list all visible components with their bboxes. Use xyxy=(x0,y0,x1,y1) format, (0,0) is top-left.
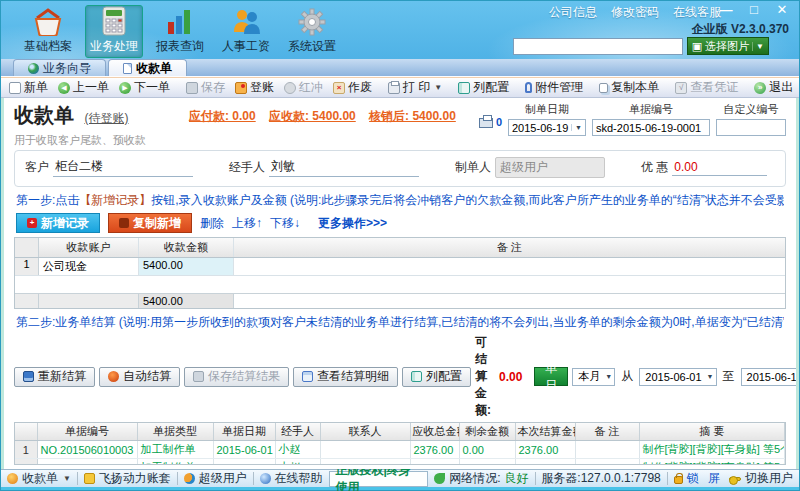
type-header: 单据类型 xyxy=(137,423,213,441)
settleable-label: 可结算金额: xyxy=(475,334,491,419)
column-config-button[interactable]: 列配置 xyxy=(454,78,513,97)
content-bottom-gap xyxy=(6,465,794,469)
print-button[interactable]: 打 印▼ xyxy=(384,78,446,97)
tab-business-wizard[interactable]: 业务向导 xyxy=(13,59,106,76)
add-record-button[interactable]: +新增记录 xyxy=(16,213,100,233)
table-row[interactable]: 1 NO.201506010003 加工制作单 2015-06-01 小赵 23… xyxy=(15,441,785,459)
online-service-link[interactable]: 在线客服 xyxy=(673,4,721,21)
step2-instruction: 第二步:业务单结算 (说明:用第一步所收到的款项对客户未结清的业务单进行结算,已… xyxy=(16,314,784,331)
period-select[interactable]: 本月▼ xyxy=(572,368,615,386)
company-info-link[interactable]: 公司信息 xyxy=(549,4,597,21)
remain-cell[interactable]: 0.00 xyxy=(459,441,515,459)
tab-receipt[interactable]: 收款单 xyxy=(108,59,187,76)
switch-user-button[interactable]: 切换用户 xyxy=(729,470,793,487)
next-bill-button[interactable]: ▶下一单 xyxy=(115,78,174,97)
handler-cell[interactable]: 小赵 xyxy=(275,441,320,459)
save-settle-button: 保存结算结果 xyxy=(184,367,289,387)
nav-item-hr-payroll[interactable]: 人事工资 xyxy=(217,5,275,58)
customer-input[interactable]: 柜台二楼 xyxy=(53,158,193,177)
status-badge: (待登账) xyxy=(84,111,128,125)
view-settle-detail-button[interactable]: 查看结算明细 xyxy=(293,367,398,387)
recalculate-button[interactable]: 重新结算 xyxy=(14,367,95,387)
minimize-button[interactable]: — xyxy=(717,2,735,17)
printer-icon[interactable] xyxy=(479,118,493,128)
move-down-link[interactable]: 下移↓ xyxy=(270,215,300,232)
account-cell[interactable]: 公司现金 xyxy=(39,258,139,275)
amount-cell[interactable]: 5400.00 xyxy=(139,258,234,275)
attachment-button[interactable]: 附件管理 xyxy=(521,78,587,97)
lock-screen-button[interactable]: 锁 屏 xyxy=(674,470,723,487)
from-date-select[interactable]: 2015-06-01▼ xyxy=(639,368,716,386)
custom-no-field: 自定义编号 xyxy=(716,102,786,136)
change-password-link[interactable]: 修改密码 xyxy=(611,4,659,21)
exit-button[interactable]: »退出 xyxy=(750,78,797,97)
contact-cell[interactable] xyxy=(320,441,410,459)
footer-account xyxy=(39,294,139,308)
discount-input[interactable]: 0.00 xyxy=(672,160,767,176)
maximize-button[interactable]: □ xyxy=(745,2,763,17)
row-number-header xyxy=(15,238,39,257)
footer-remark xyxy=(234,294,785,308)
more-actions-link[interactable]: 更多操作>>> xyxy=(318,215,387,232)
bill-no-value[interactable]: skd-2015-06-19-0001 xyxy=(592,119,710,136)
plus-icon: + xyxy=(27,218,37,228)
delete-link[interactable]: 删除 xyxy=(200,215,224,232)
current-user[interactable]: 超级用户 xyxy=(184,470,247,487)
order-date-button[interactable]: 下单日期 xyxy=(534,367,568,386)
column-config-button2[interactable]: 列配置 xyxy=(402,367,471,387)
move-up-link[interactable]: 上移↑ xyxy=(232,215,262,232)
top-navigation: 公司信息 修改密码 在线客服 — □ ✕ 基础档案 业务处理 xyxy=(1,1,799,59)
tab-label: 业务向导 xyxy=(43,60,91,77)
pick-image-button[interactable]: ▣ 选择图片 ▼ xyxy=(687,37,769,55)
account-set[interactable]: 飞扬动力账套 xyxy=(84,470,171,487)
bill-date-select[interactable]: 2015-06-19▼ xyxy=(508,119,586,136)
tab-label: 收款单 xyxy=(136,60,172,77)
nav-item-basic-archive[interactable]: 基础档案 xyxy=(19,5,77,58)
prev-bill-button[interactable]: ◀上一单 xyxy=(54,78,113,97)
date-header: 单据日期 xyxy=(213,423,275,441)
from-label: 从 xyxy=(621,368,633,385)
nav-label: 基础档案 xyxy=(24,38,72,55)
image-picker: ▣ 选择图片 ▼ xyxy=(513,37,769,55)
close-button[interactable]: ✕ xyxy=(773,2,791,17)
void-button[interactable]: ×作废 xyxy=(329,78,376,97)
summary-cell[interactable]: 制作[背胶][背胶][车身贴] 等5个项目 xyxy=(639,441,785,459)
step2-actions: 重新结算 自动结算 保存结算结果 查看结算明细 列配置 可结算金额: 0.00 … xyxy=(14,334,786,419)
current-doc-menu[interactable]: 收款单▼ xyxy=(7,470,71,487)
users-icon xyxy=(184,473,195,484)
bill-no-field: 单据编号 skd-2015-06-19-0001 xyxy=(592,102,710,136)
new-doc-icon xyxy=(9,82,21,94)
total-cell[interactable]: 2376.00 xyxy=(410,441,459,459)
table-row[interactable]: 1 公司现金 5400.00 xyxy=(15,258,785,276)
pick-image-label: 选择图片 xyxy=(705,39,749,54)
bar-chart-icon xyxy=(166,6,194,36)
remark-cell[interactable] xyxy=(234,258,785,275)
auto-settle-button[interactable]: 自动结算 xyxy=(99,367,180,387)
bill-no-label: 单据编号 xyxy=(629,102,673,117)
to-date-select[interactable]: 2015-06-19▼ xyxy=(741,368,799,386)
page-subtitle: 用于收取客户尾款、预收款 xyxy=(14,133,189,148)
nav-item-business[interactable]: 业务处理 xyxy=(85,5,143,58)
new-bill-button[interactable]: 新单 xyxy=(5,78,52,97)
discount-label: 优 惠 xyxy=(641,159,668,176)
type-cell[interactable]: 加工制作单 xyxy=(137,441,213,459)
nav-item-reports[interactable]: 报表查询 xyxy=(151,5,209,58)
remark-cell[interactable] xyxy=(575,441,639,459)
main-nav: 基础档案 业务处理 报表查询 人事工资 xyxy=(19,5,341,58)
window-controls: — □ ✕ xyxy=(717,2,791,17)
image-path-input[interactable] xyxy=(513,38,683,55)
copy-bill-button[interactable]: 复制本单 xyxy=(595,78,663,97)
bill-no-cell[interactable]: NO.201506010003 xyxy=(37,441,137,459)
nav-item-settings[interactable]: 系统设置 xyxy=(283,5,341,58)
account-header: 收款账户 xyxy=(39,238,139,257)
total-header: 应收总金额 xyxy=(410,423,459,441)
post-account-button[interactable]: 登账 xyxy=(231,78,278,97)
settle-cell[interactable]: 2376.00 xyxy=(515,441,575,459)
nav-label: 业务处理 xyxy=(90,38,138,55)
copy-add-button[interactable]: 复制新增 xyxy=(108,213,192,233)
date-cell[interactable]: 2015-06-01 xyxy=(213,441,275,459)
online-help[interactable]: 在线帮助 xyxy=(260,470,323,487)
receipt-account-table: 收款账户 收款金额 备 注 1 公司现金 5400.00 5400.00 xyxy=(14,237,786,309)
handler-input[interactable]: 刘敏 xyxy=(269,158,419,177)
custom-no-input[interactable] xyxy=(716,119,786,136)
